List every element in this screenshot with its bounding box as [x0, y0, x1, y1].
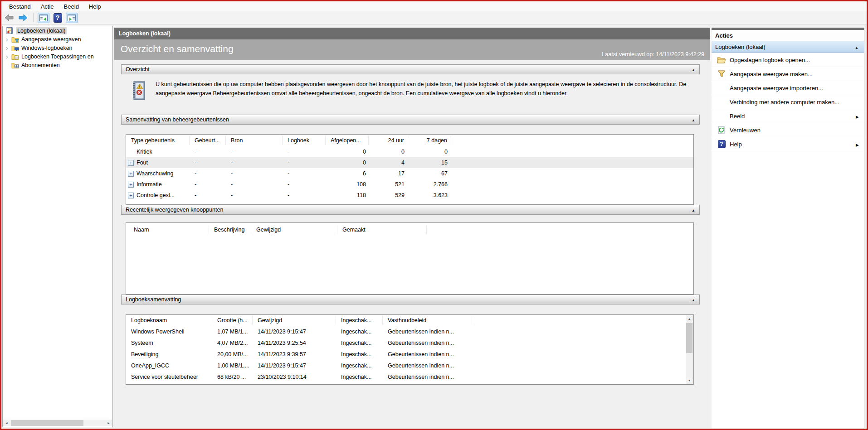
- section-title: Overzicht: [126, 66, 150, 72]
- action-beeld[interactable]: Beeld: [712, 109, 864, 123]
- table-row-kritiek[interactable]: Kritiek - - - 0 0 0: [126, 146, 693, 157]
- column-header-gebeurtenis[interactable]: Gebeurt...: [190, 136, 226, 145]
- recent-section-header[interactable]: Recentelijk weergegeven knooppunten: [121, 205, 700, 215]
- overview-body: U kunt gebeurtenissen die op uw computer…: [131, 80, 694, 101]
- tree-item-label: Logboeken Toepassingen en: [21, 53, 94, 60]
- collapse-icon[interactable]: [692, 116, 695, 123]
- log-summary-section-header[interactable]: Logboeksamenvatting: [121, 295, 700, 304]
- column-header-bron[interactable]: Bron: [226, 136, 283, 145]
- menu-beeld[interactable]: Beeld: [59, 2, 84, 11]
- content-panel: Logboeken (lokaal) Overzicht en samenvat…: [114, 28, 710, 428]
- collapse-icon[interactable]: [692, 296, 695, 303]
- scroll-down-icon[interactable]: [686, 377, 693, 384]
- scrollbar-thumb[interactable]: [11, 420, 83, 426]
- column-header-7dagen[interactable]: 7 dagen: [407, 136, 450, 145]
- column-header-naam[interactable]: Naam: [126, 225, 209, 234]
- chevron-right-icon[interactable]: [6, 45, 11, 51]
- action-import-custom-view[interactable]: Aangepaste weergave importeren...: [712, 81, 864, 95]
- expand-plus-icon[interactable]: [128, 193, 134, 198]
- expand-plus-icon[interactable]: [128, 171, 134, 177]
- collapse-icon[interactable]: [692, 207, 695, 213]
- column-header-logboek[interactable]: Logboek: [283, 136, 326, 145]
- section-title: Logboeksamenvatting: [126, 296, 181, 303]
- column-header-gemaakt[interactable]: Gemaakt: [337, 225, 427, 234]
- help-icon: ?: [718, 140, 726, 148]
- column-header-24uur[interactable]: 24 uur: [369, 136, 407, 145]
- action-open-saved-log[interactable]: Opgeslagen logboek openen...: [712, 53, 864, 67]
- tree-item-windows-logboeken[interactable]: Windows-logboeken: [3, 43, 112, 52]
- column-header-beschrijving[interactable]: Beschrijving: [209, 225, 251, 234]
- summary-section-header[interactable]: Samenvatting van beheergebeurtenissen: [121, 115, 700, 125]
- action-help[interactable]: ? Help: [712, 137, 864, 151]
- table-row-partial[interactable]: Internet Explorer 68 kB/20 ... 23/10/202…: [126, 382, 693, 385]
- filter-icon: [717, 70, 726, 78]
- column-header-gewijzigd[interactable]: Gewijzigd: [253, 316, 336, 325]
- help-button[interactable]: ?: [52, 13, 63, 23]
- action-pane-icon: [68, 14, 76, 21]
- actions-group-header[interactable]: Logboeken (lokaal): [712, 41, 864, 53]
- table-row-informatie[interactable]: Informatie - - - 108 521 2.766: [126, 179, 693, 190]
- scroll-left-icon[interactable]: [3, 421, 10, 425]
- overview-section: Overzicht: [121, 64, 700, 101]
- column-header-gewijzigd[interactable]: Gewijzigd: [251, 225, 337, 234]
- column-header-ingeschakeld[interactable]: Ingeschak...: [336, 316, 383, 325]
- menu-help[interactable]: Help: [84, 2, 106, 11]
- toggle-action-pane-button[interactable]: [66, 13, 78, 23]
- column-header-type[interactable]: Type gebeurtenis: [126, 136, 190, 145]
- collapse-icon[interactable]: [855, 43, 858, 50]
- tree-item-logboeken-toepassingen[interactable]: Logboeken Toepassingen en: [3, 52, 112, 61]
- chevron-right-icon[interactable]: [6, 37, 11, 42]
- recent-nodes-section: Recentelijk weergegeven knooppunten Naam…: [121, 205, 700, 295]
- tree-item-label: Abonnementen: [21, 62, 60, 68]
- column-header-logboeknaam[interactable]: Logboeknaam: [126, 316, 212, 325]
- column-header-afgelopen[interactable]: Afgelopen...: [326, 136, 369, 145]
- expand-plus-icon[interactable]: [128, 182, 134, 188]
- event-viewer-icon: [6, 27, 14, 34]
- action-create-custom-view[interactable]: Aangepaste weergave maken...: [712, 67, 864, 81]
- toggle-console-tree-button[interactable]: [38, 13, 49, 23]
- table-row-beveiliging[interactable]: Beveiliging 20,00 MB/... 14/11/2023 9:39…: [126, 348, 693, 360]
- table-row-fout[interactable]: Fout - - - 0 4 15: [126, 157, 693, 168]
- toolbar: ?: [1, 11, 867, 24]
- action-connect-other-computer[interactable]: Verbinding met andere computer maken...: [712, 95, 864, 109]
- table-row-waarschuwing[interactable]: Waarschuwing - - - 6 17 67: [126, 168, 693, 179]
- menu-actie[interactable]: Actie: [36, 2, 59, 11]
- chevron-right-icon[interactable]: [6, 54, 11, 59]
- forward-arrow-icon: [19, 14, 28, 21]
- collapse-icon[interactable]: [692, 66, 695, 72]
- console-tree-panel: Logboeken (lokaal) Aangepaste weergaven …: [2, 26, 113, 427]
- tree-item-aangepaste-weergaven[interactable]: Aangepaste weergaven: [3, 35, 112, 43]
- tree-item-label: Windows-logboeken: [21, 45, 73, 51]
- scroll-right-icon[interactable]: [105, 421, 112, 425]
- menu-bestand[interactable]: Bestand: [4, 2, 36, 11]
- recent-table-header: Naam Beschrijving Gewijzigd Gemaakt: [126, 223, 693, 237]
- table-row-sleutelbeheer[interactable]: Service voor sleutelbeheer 68 kB/20 ... …: [126, 371, 693, 382]
- overview-section-header[interactable]: Overzicht: [121, 64, 700, 74]
- tree-horizontal-scrollbar[interactable]: [3, 420, 112, 426]
- forward-button[interactable]: [17, 13, 29, 23]
- section-title: Samenvatting van beheergebeurtenissen: [126, 116, 229, 123]
- log-summary-scrollbar[interactable]: [686, 315, 693, 384]
- summary-section: Samenvatting van beheergebeurtenissen Ty…: [121, 115, 700, 205]
- toolbar-separator: [33, 13, 34, 22]
- scrollbar-thumb[interactable]: [686, 323, 692, 353]
- menu-bar: Bestand Actie Beeld Help: [1, 1, 867, 11]
- column-header-grootte[interactable]: Grootte (h...: [212, 316, 253, 325]
- scroll-up-icon[interactable]: [686, 315, 693, 322]
- back-arrow-icon: [5, 14, 14, 21]
- expand-plus-icon[interactable]: [128, 160, 134, 166]
- column-header-vasthoudbeleid[interactable]: Vasthoudbeleid: [383, 316, 472, 325]
- tree-item-label: Aangepaste weergaven: [21, 36, 81, 43]
- table-row-systeem[interactable]: Systeem 4,07 MB/2... 14/11/2023 9:25:54 …: [126, 337, 693, 348]
- table-row-controle[interactable]: Controle gesl... - - - 118 529 3.623: [126, 190, 693, 201]
- table-row-oneapp-igcc[interactable]: OneApp_IGCC 1,00 MB/1,... 14/11/2023 9:1…: [126, 360, 693, 371]
- back-button[interactable]: [3, 13, 15, 23]
- action-vernieuwen[interactable]: Vernieuwen: [712, 123, 864, 137]
- tree-item-abonnementen[interactable]: Abonnementen: [3, 61, 112, 69]
- console-tree-icon: [39, 14, 48, 21]
- actions-panel: Acties Logboeken (lokaal) Opgeslagen log…: [712, 28, 864, 428]
- section-title: Recentelijk weergegeven knooppunten: [126, 207, 223, 213]
- tree-item-logboeken-lokaal[interactable]: Logboeken (lokaal): [3, 26, 112, 35]
- windows-logs-folder-icon: [11, 44, 19, 51]
- table-row-powershell[interactable]: Windows PowerShell 1,07 MB/1... 14/11/20…: [126, 326, 693, 337]
